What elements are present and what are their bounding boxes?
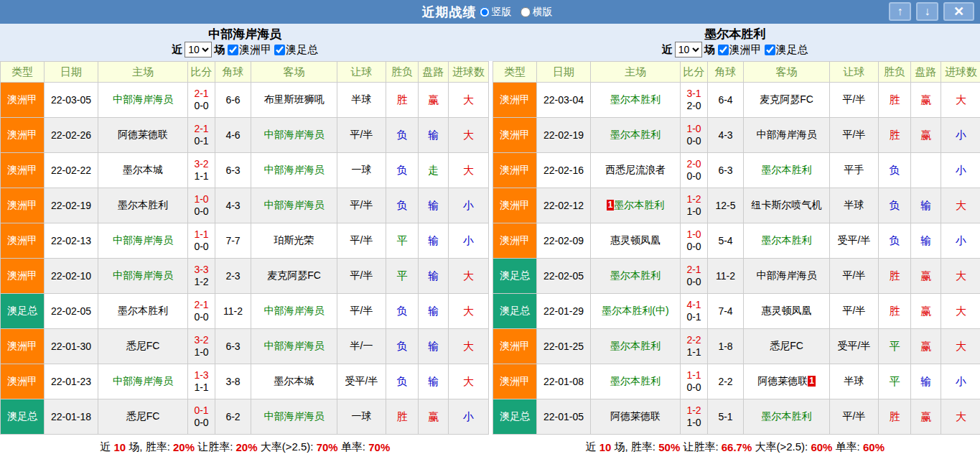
halftime-score: 1-1 xyxy=(188,170,215,182)
match-score: 3-12-0 xyxy=(681,83,708,118)
close-button[interactable]: ✕ xyxy=(943,2,974,21)
home-team: 阿德莱德联 xyxy=(591,399,681,435)
halftime-score: 1-0 xyxy=(681,205,707,218)
match-type-badge: 澳足总 xyxy=(1,294,45,329)
page-title: 近期战绩 xyxy=(422,4,477,21)
match-date: 22-01-25 xyxy=(537,329,591,364)
handicap-result xyxy=(911,153,941,188)
away-team: 中部海岸海员 xyxy=(251,118,337,153)
corner-score: 4-3 xyxy=(215,188,251,223)
goals-result: 大 xyxy=(449,259,489,294)
league-filter-aleague[interactable]: 澳洲甲 xyxy=(718,42,762,57)
league-filter-ffacup[interactable]: 澳足总 xyxy=(765,42,808,57)
vertical-layout-label: 竖版 xyxy=(492,6,512,19)
handicap-line: 一球 xyxy=(337,153,386,188)
goals-result: 大 xyxy=(941,83,980,118)
match-score: 2-00-0 xyxy=(681,153,708,188)
stat-label: 单率: xyxy=(832,440,863,454)
match-date: 22-02-05 xyxy=(537,259,591,294)
match-score: 1-00-0 xyxy=(188,188,215,223)
recent-matches-select[interactable]: 10 xyxy=(675,42,702,57)
match-date: 22-02-05 xyxy=(45,294,98,329)
ffacup-label: 澳足总 xyxy=(776,42,808,57)
column-header: 日期 xyxy=(45,62,98,83)
recent-matches-select[interactable]: 10 xyxy=(185,42,212,57)
close-icon: ✕ xyxy=(953,5,964,18)
move-up-button[interactable]: ↑ xyxy=(889,2,911,21)
away-team-label: 中部海岸海员 xyxy=(757,269,817,281)
handicap-line: 平/半 xyxy=(337,294,386,329)
column-header: 客场 xyxy=(744,62,830,83)
vertical-layout-radio[interactable] xyxy=(480,7,490,17)
ffacup-checkbox[interactable] xyxy=(765,45,775,55)
layout-option-vertical[interactable]: 竖版 xyxy=(480,6,512,19)
match-type-badge: 澳洲甲 xyxy=(1,329,45,364)
league-filter-aleague[interactable]: 澳洲甲 xyxy=(228,42,271,57)
stats-footer: 近 10 场, 胜率: 20% 让胜率: 20% 大率(>2.5): 70% 单… xyxy=(0,435,980,460)
handicap-line: 平/半 xyxy=(830,259,879,294)
away-team-label: 中部海岸海员 xyxy=(757,129,817,140)
handicap-result: 赢 xyxy=(911,259,941,294)
goals-result: 大 xyxy=(941,399,980,435)
handicap-line: 受平/半 xyxy=(830,223,879,259)
corner-score: 5-4 xyxy=(708,223,744,259)
match-score: 2-10-1 xyxy=(188,118,215,153)
home-team-label: 中部海岸海员 xyxy=(113,93,173,105)
match-date: 22-02-26 xyxy=(45,118,98,153)
handicap-result: 赢 xyxy=(419,83,449,118)
arrow-up-icon: ↑ xyxy=(897,6,903,17)
horizontal-layout-radio[interactable] xyxy=(521,7,531,17)
match-score: 1-00-0 xyxy=(681,223,708,259)
home-team-label: 墨尔本胜利 xyxy=(610,375,661,387)
away-team-label: 中部海岸海员 xyxy=(264,129,325,140)
match-type-badge: 澳洲甲 xyxy=(493,364,537,399)
away-team: 布里斯班狮吼 xyxy=(251,83,337,118)
away-team: 惠灵顿凤凰 xyxy=(744,294,830,329)
team-name: 墨尔本胜利 xyxy=(704,27,765,42)
goals-result: 大 xyxy=(941,329,980,364)
away-team: 中部海岸海员 xyxy=(251,329,337,364)
move-down-button[interactable]: ↓ xyxy=(916,2,938,21)
aleague-checkbox[interactable] xyxy=(228,45,238,55)
aleague-checkbox[interactable] xyxy=(718,45,729,55)
team-name: 中部海岸海员 xyxy=(208,27,281,42)
goals-result: 小 xyxy=(941,364,980,399)
halftime-score: 0-0 xyxy=(188,417,215,429)
match-row: 澳洲甲22-03-04墨尔本胜利3-12-06-4麦克阿瑟FC平/半胜赢大 xyxy=(493,83,980,118)
goals-result: 大 xyxy=(941,188,980,223)
home-team-label: 西悉尼流浪者 xyxy=(605,164,666,175)
match-date: 22-01-05 xyxy=(537,399,591,435)
fulltime-score: 1-1 xyxy=(188,228,215,241)
window-buttons: ↑ ↓ ✕ xyxy=(889,2,974,21)
stat-value: 60% xyxy=(863,441,885,453)
match-row: 澳足总22-01-05阿德莱德联1-21-05-1墨尔本胜利平/半胜赢大 xyxy=(493,399,980,435)
home-team-label: 悉尼FC xyxy=(126,340,160,351)
away-team-label: 墨尔本城 xyxy=(274,375,314,387)
league-filter-ffacup[interactable]: 澳足总 xyxy=(274,42,318,57)
match-row: 澳洲甲22-01-23中部海岸海员1-31-13-8墨尔本城受平/半负输大 xyxy=(1,364,489,399)
win-loss-result: 胜 xyxy=(879,259,911,294)
win-loss-result: 胜 xyxy=(879,118,911,153)
handicap-line: 半/一 xyxy=(337,329,386,364)
match-score: 0-10-0 xyxy=(188,399,215,435)
layout-option-horizontal[interactable]: 横版 xyxy=(521,6,553,19)
win-loss-result: 胜 xyxy=(386,399,419,435)
win-loss-result: 负 xyxy=(879,153,911,188)
match-score: 4-10-1 xyxy=(681,294,708,329)
ffacup-checkbox[interactable] xyxy=(274,45,285,55)
goals-result: 小 xyxy=(941,223,980,259)
match-row: 澳足总22-01-29墨尔本胜利(中)4-10-17-4惠灵顿凤凰平/半胜赢大 xyxy=(493,294,980,329)
corner-score: 11-2 xyxy=(215,294,251,329)
match-date: 22-03-04 xyxy=(537,83,591,118)
filter-controls: 近 10 场 澳洲甲 澳足总 xyxy=(172,42,318,57)
column-header: 比分 xyxy=(681,62,708,83)
away-team-label: 墨尔本胜利 xyxy=(762,410,812,422)
match-type-badge: 澳洲甲 xyxy=(493,83,537,118)
away-team: 中部海岸海员 xyxy=(251,188,337,223)
match-type-badge: 澳足总 xyxy=(493,294,537,329)
stat-value: 60% xyxy=(811,441,832,453)
handicap-line: 平/半 xyxy=(830,83,879,118)
handicap-line: 平/半 xyxy=(337,188,386,223)
fulltime-score: 3-1 xyxy=(681,88,707,100)
away-team: 中部海岸海员 xyxy=(744,259,830,294)
